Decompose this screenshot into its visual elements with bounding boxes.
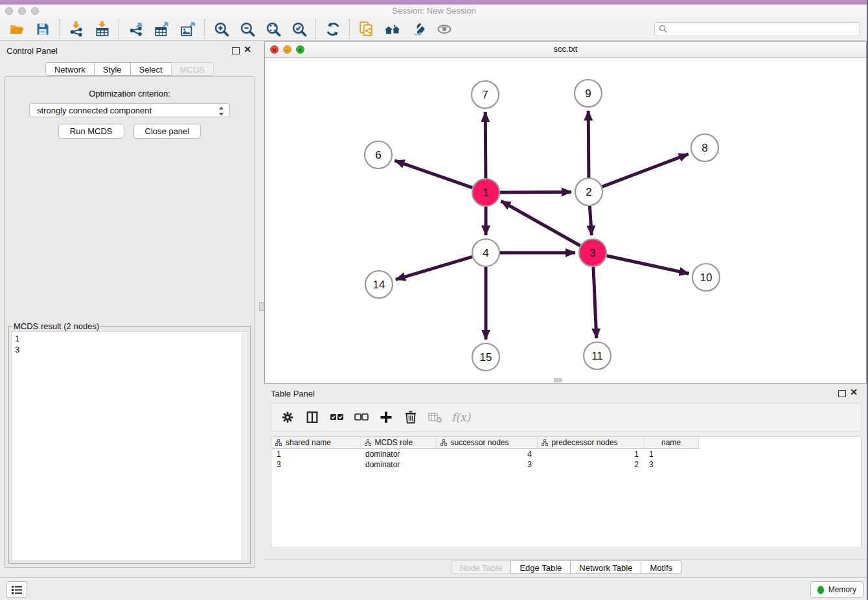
table-cell[interactable]: 1 bbox=[271, 449, 360, 460]
import-network-button[interactable] bbox=[63, 19, 89, 40]
tab-edge-table[interactable]: Edge Table bbox=[510, 560, 571, 574]
criterion-select[interactable]: strongly connected component bbox=[29, 103, 230, 117]
tab-network[interactable]: Network bbox=[45, 62, 95, 76]
apply-layout-button[interactable] bbox=[320, 19, 346, 40]
memory-status-icon bbox=[817, 586, 824, 594]
vertical-splitter[interactable] bbox=[259, 41, 264, 578]
table-cell[interactable]: 1 bbox=[644, 449, 698, 460]
close-panel-button[interactable]: Close panel bbox=[133, 124, 201, 139]
column-header-successor-nodes[interactable]: successor nodes bbox=[436, 437, 537, 449]
graph-edge-2-8[interactable] bbox=[602, 154, 689, 187]
graph-edge-1-2[interactable] bbox=[500, 192, 571, 192]
search-input[interactable] bbox=[654, 22, 860, 36]
tab-mcds[interactable]: MCDS bbox=[171, 62, 214, 76]
close-window-icon[interactable] bbox=[5, 7, 13, 15]
control-panel-float-icon[interactable] bbox=[232, 47, 240, 54]
add-row-button[interactable] bbox=[378, 409, 394, 426]
delete-table-button[interactable] bbox=[427, 409, 444, 426]
tab-select[interactable]: Select bbox=[130, 62, 172, 76]
graph-node-3[interactable]: 3 bbox=[579, 239, 606, 266]
graph-edge-1-7[interactable] bbox=[485, 112, 486, 178]
tab-node-table[interactable]: Node Table bbox=[451, 560, 512, 574]
control-panel-close-icon[interactable]: ✕ bbox=[244, 45, 251, 54]
table-panel-divider bbox=[264, 559, 868, 560]
graph-node-7[interactable]: 7 bbox=[472, 81, 499, 108]
column-header-name[interactable]: name bbox=[644, 437, 698, 449]
export-network-button[interactable] bbox=[123, 19, 149, 40]
column-header-predecessor-nodes[interactable]: predecessor nodes bbox=[537, 437, 644, 449]
graph-node-4[interactable]: 4 bbox=[472, 239, 499, 266]
save-session-button[interactable] bbox=[30, 19, 56, 40]
sort-tree-icon bbox=[440, 439, 447, 446]
graph-node-label: 15 bbox=[480, 351, 492, 363]
tab-style[interactable]: Style bbox=[94, 62, 131, 76]
delete-row-button[interactable] bbox=[402, 409, 419, 426]
graph-node-14[interactable]: 14 bbox=[365, 271, 393, 298]
zoom-selected-button[interactable] bbox=[286, 19, 312, 40]
zoom-window-icon[interactable] bbox=[31, 7, 39, 15]
mcds-result-area[interactable]: 1 3 bbox=[11, 331, 248, 561]
graph-edge-3-1[interactable] bbox=[501, 201, 580, 246]
graph-node-8[interactable]: 8 bbox=[691, 134, 718, 161]
zoom-out-button[interactable] bbox=[234, 19, 260, 40]
table-cell[interactable]: 2 bbox=[537, 459, 644, 470]
show-columns-button[interactable] bbox=[304, 409, 321, 426]
table-header-row: shared nameMCDS rolesuccessor nodesprede… bbox=[271, 437, 698, 449]
zoom-in-icon bbox=[213, 21, 230, 38]
table-cell[interactable]: 3 bbox=[644, 459, 698, 470]
graph-node-15[interactable]: 15 bbox=[472, 343, 499, 371]
graph-node-10[interactable]: 10 bbox=[692, 264, 720, 291]
open-session-button[interactable] bbox=[4, 19, 30, 40]
deselect-all-button[interactable] bbox=[353, 409, 370, 426]
graph-node-1[interactable]: 1 bbox=[472, 179, 499, 206]
mcds-result-scrollbar[interactable] bbox=[242, 332, 247, 560]
splitter-grip[interactable] bbox=[259, 302, 264, 311]
network-window-titlebar[interactable]: ✕ – + scc.txt bbox=[265, 42, 866, 58]
column-header-shared-name[interactable]: shared name bbox=[271, 437, 360, 449]
tab-motifs[interactable]: Motifs bbox=[641, 560, 681, 574]
zoom-in-button[interactable] bbox=[209, 19, 234, 40]
show-graphics-details-button[interactable] bbox=[431, 19, 457, 40]
zoom-fit-button[interactable] bbox=[260, 19, 286, 40]
table-cell[interactable]: 1 bbox=[537, 449, 644, 460]
export-image-button[interactable] bbox=[175, 19, 201, 40]
sort-tree-icon bbox=[542, 439, 548, 446]
memory-button[interactable]: Memory bbox=[810, 581, 863, 598]
graph-edge-2-3[interactable] bbox=[589, 206, 591, 235]
run-mcds-button[interactable]: Run MCDS bbox=[58, 124, 124, 139]
select-all-button[interactable] bbox=[328, 409, 345, 426]
graph-edge-1-6[interactable] bbox=[395, 161, 473, 188]
minimize-window-icon[interactable] bbox=[18, 7, 26, 15]
graph-edge-3-10[interactable] bbox=[607, 256, 689, 274]
import-table-button[interactable] bbox=[89, 19, 115, 40]
graph-node-9[interactable]: 9 bbox=[575, 80, 602, 107]
table-settings-button[interactable] bbox=[279, 409, 296, 426]
task-history-button[interactable] bbox=[6, 581, 27, 598]
table-cell[interactable]: 4 bbox=[436, 449, 537, 460]
tab-network-table[interactable]: Network Table bbox=[570, 560, 641, 574]
network-minimize-icon[interactable]: – bbox=[283, 45, 291, 54]
apply-function-button[interactable]: f(x) bbox=[451, 411, 470, 424]
network-close-icon[interactable]: ✕ bbox=[270, 45, 279, 54]
home-button[interactable] bbox=[380, 19, 405, 40]
horizontal-splitter-grip[interactable] bbox=[554, 378, 562, 382]
export-table-button[interactable] bbox=[149, 19, 175, 40]
network-canvas[interactable]: 7968124314101511 bbox=[265, 57, 866, 383]
table-cell[interactable]: dominator bbox=[360, 449, 436, 460]
table-panel-float-icon[interactable] bbox=[838, 390, 846, 397]
graph-edge-3-11[interactable] bbox=[593, 267, 597, 338]
graph-edge-2-9[interactable] bbox=[588, 111, 589, 178]
table-cell[interactable]: 3 bbox=[271, 459, 360, 470]
table-panel-close-icon[interactable]: ✕ bbox=[850, 387, 858, 397]
copy-network-button[interactable] bbox=[354, 19, 380, 40]
column-header-mcds-role[interactable]: MCDS role bbox=[360, 437, 436, 449]
export-network-icon bbox=[128, 21, 144, 38]
graph-node-6[interactable]: 6 bbox=[365, 141, 392, 168]
graph-node-11[interactable]: 11 bbox=[584, 342, 611, 369]
network-maximize-icon[interactable]: + bbox=[296, 45, 304, 54]
table-cell[interactable]: dominator bbox=[360, 459, 436, 470]
table-cell[interactable]: 3 bbox=[436, 459, 537, 470]
label-visibility-button[interactable] bbox=[405, 19, 431, 40]
graph-edge-4-14[interactable] bbox=[396, 257, 472, 279]
graph-node-2[interactable]: 2 bbox=[575, 178, 602, 205]
